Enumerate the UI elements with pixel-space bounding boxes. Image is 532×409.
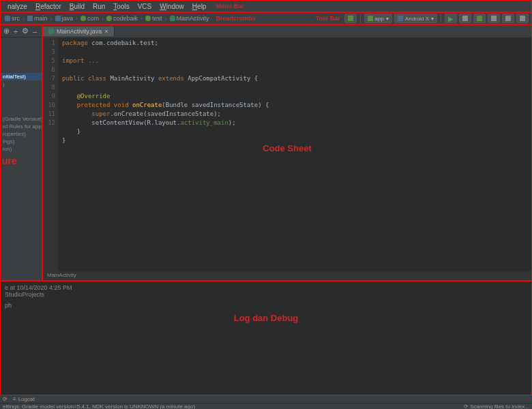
annotation-tool-bar: Tool Bar [316, 15, 340, 22]
module-icon [368, 16, 373, 21]
statusbar-scanning: ⟳ Scanning files to index... [464, 404, 529, 410]
tree-item[interactable]: (Gradle Version) [1, 115, 42, 123]
sync-icon: ⟳ [3, 396, 8, 402]
attach-icon [505, 16, 511, 21]
status-bar: ⟳ ≡Logcat ettings: Gradle model version=… [0, 395, 532, 409]
close-icon[interactable]: × [104, 28, 108, 35]
editor-area: MainActivity.java × 1 3 5 6 7 8 9 10 11 … [42, 25, 532, 281]
annotation-breadcrumbs: Breadcrumbs [216, 15, 256, 22]
breadcrumb-java[interactable]: java [54, 15, 75, 22]
annotation-code-sheet: Code Sheet [263, 143, 312, 153]
breadcrumb-com[interactable]: com [79, 15, 100, 22]
code-text[interactable]: package com.codebaik.test; import ... pu… [58, 37, 531, 271]
stop-button[interactable] [516, 14, 529, 23]
profiler-icon [491, 16, 497, 21]
log-line: ph [5, 302, 527, 309]
toolbar-divider [441, 14, 441, 22]
breadcrumb-test[interactable]: test [144, 15, 164, 22]
editor-gutter: 1 3 5 6 7 8 9 10 11 12 [43, 37, 58, 271]
logcat-icon: ≡ [13, 396, 16, 402]
menu-tools[interactable]: Tools [109, 3, 133, 10]
breadcrumb-sep: › [76, 15, 78, 22]
stop-icon [520, 16, 525, 21]
folder-icon [5, 16, 10, 21]
caret-down-icon: ▾ [386, 16, 389, 22]
folder-icon [27, 16, 33, 21]
settings-icon[interactable]: ⚙ [22, 28, 29, 35]
bug-icon [477, 16, 482, 21]
profile-button[interactable] [488, 14, 500, 23]
project-panel: ⊕ ÷ ⚙ – nitialTest) ) (Gradle Version) r… [0, 25, 42, 281]
log-panel: e at 10/14/2020 4:25 PM StudioProjects p… [0, 281, 532, 395]
hide-panel-icon[interactable]: – [31, 28, 38, 35]
editor-bottom-breadcrumb[interactable]: MainActivity [43, 271, 531, 280]
annotation-menu-bar: Menu Bar [216, 3, 243, 10]
tab-label: MainActivity.java [57, 28, 102, 35]
caret-down-icon: ▾ [431, 16, 434, 22]
statusbar-message: ettings: Gradle model version=5.4.1, NDK… [3, 404, 195, 410]
log-line: e at 10/14/2020 4:25 PM [5, 284, 527, 291]
module-selector[interactable]: app▾ [364, 14, 392, 23]
class-icon [48, 29, 54, 34]
menu-build[interactable]: Build [65, 3, 89, 10]
breadcrumb-sep: › [102, 15, 104, 22]
statusbar-sync-tab[interactable]: ⟳ [3, 396, 8, 402]
annotation-structure: ure [1, 153, 42, 169]
breadcrumb-sep: › [141, 15, 143, 22]
annotation-log-debug: Log dan Debug [234, 313, 299, 323]
tree-item[interactable]: ) [1, 80, 42, 88]
apply-changes-button[interactable] [459, 14, 471, 23]
breadcrumb-main[interactable]: main [26, 15, 49, 22]
device-icon [398, 16, 403, 21]
package-icon [106, 16, 112, 21]
project-tree[interactable]: nitialTest) ) (Gradle Version) rd Rules … [1, 37, 42, 280]
breadcrumb: src› main› java› com› codebaik› test› Ma… [1, 15, 256, 22]
build-button[interactable] [344, 14, 357, 23]
editor-tabs: MainActivity.java × [43, 25, 531, 37]
menu-window[interactable]: Window [156, 3, 188, 10]
tree-item[interactable]: roperties) [1, 130, 42, 138]
apply-icon [462, 16, 468, 21]
menu-analyze[interactable]: nalyze [3, 3, 31, 10]
menu-vcs[interactable]: VCS [134, 3, 156, 10]
tree-item[interactable]: ings) [1, 138, 42, 145]
breadcrumb-sep: › [165, 15, 167, 22]
debug-button[interactable] [473, 14, 486, 23]
breadcrumb-codebaik[interactable]: codebaik [105, 15, 139, 22]
editor-tab-mainactivity[interactable]: MainActivity.java × [43, 27, 115, 36]
class-icon [170, 16, 175, 21]
toolbar-divider [360, 14, 361, 22]
menu-run[interactable]: Run [89, 3, 109, 10]
breadcrumb-toolbar-row: src› main› java› com› codebaik› test› Ma… [0, 12, 532, 25]
device-selector[interactable]: Android X▾ [394, 14, 437, 23]
folder-icon [55, 16, 61, 21]
package-icon [80, 16, 86, 21]
breadcrumb-mainactivity[interactable]: MainActivity [168, 15, 211, 22]
play-icon: ▶ [448, 15, 454, 22]
menu-help[interactable]: Help [188, 3, 211, 10]
menu-bar: nalyze Refactor Build Run Tools VCS Wind… [0, 0, 532, 12]
collapse-all-icon[interactable]: ÷ [12, 28, 19, 35]
run-button[interactable]: ▶ [445, 14, 457, 23]
project-panel-toolbar: ⊕ ÷ ⚙ – [1, 25, 42, 37]
menu-refactor[interactable]: Refactor [31, 3, 65, 10]
toolbar-right: app▾ Android X▾ ▶ [344, 14, 532, 23]
breadcrumb-sep: › [23, 15, 25, 22]
breadcrumb-sep: › [50, 15, 53, 22]
statusbar-logcat-tab[interactable]: ≡Logcat [13, 396, 35, 402]
breadcrumb-src[interactable]: src [3, 15, 21, 22]
tree-item-selected[interactable]: nitialTest) [1, 73, 42, 80]
select-opened-file-icon[interactable]: ⊕ [3, 28, 10, 35]
tree-item[interactable]: ion) [1, 145, 42, 153]
attach-debugger-button[interactable] [502, 14, 514, 23]
tree-item[interactable]: rd Rules for app) [1, 123, 42, 130]
log-line: StudioProjects [5, 291, 527, 298]
package-icon [145, 16, 151, 21]
hammer-icon [348, 16, 353, 21]
editor-body[interactable]: 1 3 5 6 7 8 9 10 11 12 package com.codeb… [43, 37, 531, 271]
